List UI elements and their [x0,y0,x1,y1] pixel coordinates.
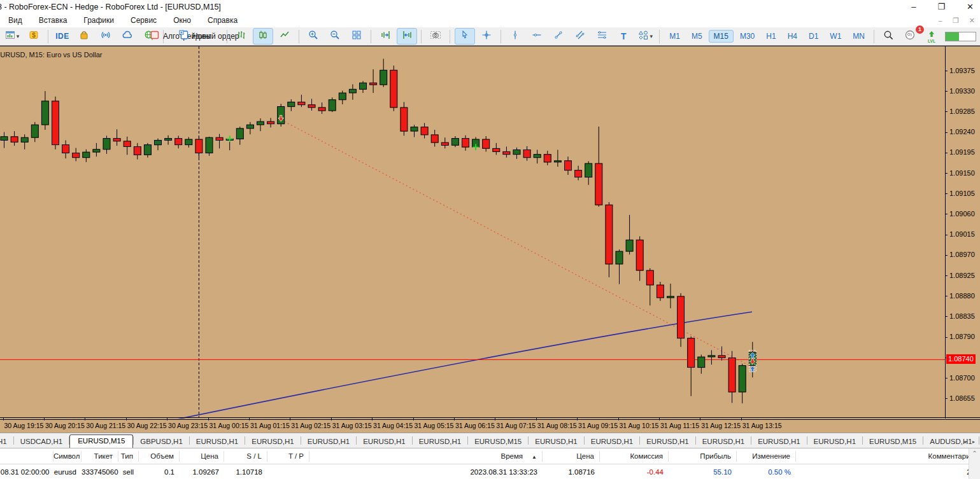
candle-body[interactable] [349,89,356,93]
candle-body[interactable] [175,139,182,145]
candle-body[interactable] [718,356,725,358]
tile-windows-button[interactable] [346,28,367,45]
tab-scroll-arrows[interactable]: ◂ ▸ [963,439,977,445]
menu-item-Сервис[interactable]: Сервис [122,14,165,27]
candle-body[interactable] [267,121,274,124]
candle-body[interactable] [308,105,315,108]
chart-tab-EURUSD,H1[interactable]: EURUSD,H1 [413,436,467,448]
vertical-line-tool-button[interactable] [505,28,525,45]
chart-tab-EURUSD,H1[interactable]: EURUSD,H1 [301,436,356,448]
cursor-button[interactable] [455,28,475,45]
candle-body[interactable] [288,102,295,106]
chart-tab-EURUSD,H1[interactable]: EURUSD,H1 [357,436,411,448]
chart-tab-EURUSD,H1[interactable]: EURUSD,H1 [585,436,639,448]
candle-body[interactable] [401,108,408,131]
candle-body[interactable] [360,83,367,89]
menu-item-Вставка[interactable]: Вставка [31,14,76,27]
column-header[interactable]: Цена [180,451,224,462]
price-axis[interactable]: 1.093751.093301.092851.092401.091951.091… [945,46,980,433]
candle-body[interactable] [513,150,520,155]
trendline-tool-button[interactable] [548,28,569,45]
child-restore-button[interactable]: ❐ [953,17,959,25]
panel-scrollbar[interactable]: ⌃ [969,448,980,479]
chart-area[interactable]: EURUSD, M15: Euro vs US Dollar 1.093751.… [0,46,980,433]
chart-tab-EURUSD,H1[interactable]: EURUSD,H1 [245,436,300,448]
candle-body[interactable] [616,251,623,264]
notifications-button[interactable]: 1 [900,28,920,45]
candle-body[interactable] [103,139,110,149]
timeframe-M5[interactable]: M5 [686,30,707,43]
candle-body[interactable] [431,135,438,142]
candle-body[interactable] [606,205,613,264]
candle-body[interactable] [657,285,664,298]
candle-body[interactable] [73,153,80,158]
candle-body[interactable] [575,170,582,177]
column-header[interactable]: Символ [53,451,82,462]
bars-chart-button[interactable] [231,28,252,45]
timeframe-M1[interactable]: M1 [664,30,685,43]
candle-body[interactable] [216,137,223,140]
candle-body[interactable] [708,356,715,357]
shapes-tool-button[interactable]: ▾ [635,28,655,45]
chart-canvas[interactable] [0,46,945,433]
candle-body[interactable] [462,139,469,148]
candle-body[interactable] [185,139,192,145]
zoom-out-button[interactable] [325,28,345,45]
candle-body[interactable] [380,70,387,85]
candle-body[interactable] [739,366,746,392]
candle-body[interactable] [124,141,131,147]
timeframe-MN[interactable]: MN [848,30,870,43]
candle-body[interactable] [534,155,541,158]
candle-body[interactable] [493,148,500,151]
line-chart-button[interactable] [274,28,295,45]
crosshair-button[interactable] [476,28,497,45]
candle-body[interactable] [667,296,674,298]
chart-tab-GBPUSD,H1[interactable]: GBPUSD,H1 [134,436,188,448]
text-tool-button[interactable]: T [613,28,634,45]
search-button[interactable] [878,28,898,45]
candle-body[interactable] [523,150,530,158]
candle-body[interactable] [636,240,643,270]
candle-body[interactable] [236,128,243,139]
candle-body[interactable] [390,70,397,108]
candle-body[interactable] [451,139,458,146]
candle-body[interactable] [728,358,735,392]
chart-tab-EURUSD,H1[interactable]: EURUSD,H1 [807,436,862,448]
chart-tab-EURUSD,H1[interactable]: EURUSD,H1 [696,436,751,448]
candle-body[interactable] [318,108,325,111]
candle-body[interactable] [155,141,162,145]
zoom-in-button[interactable] [303,28,323,45]
new-order-button[interactable]: Новый ордер [196,28,223,45]
candle-body[interactable] [544,155,551,162]
channel-tool-button[interactable] [570,28,590,45]
candle-body[interactable] [11,137,18,142]
candle-body[interactable] [165,139,172,141]
ide-button[interactable]: IDE [52,28,73,45]
market-button[interactable] [74,28,94,45]
child-minimize-button[interactable]: – [939,17,942,25]
candle-body[interactable] [370,83,377,85]
column-header[interactable]: S / L [224,451,267,462]
candle-body[interactable] [257,121,264,125]
screenshot-button[interactable] [425,28,446,45]
cloud-button[interactable] [117,28,138,45]
chart-shift-button[interactable] [397,28,417,45]
candle-body[interactable] [678,296,685,338]
menu-item-Справка[interactable]: Справка [199,14,246,27]
candle-body[interactable] [246,125,253,128]
chart-tab-EURUSD,H1[interactable]: EURUSD,H1 [640,436,695,448]
menu-item-Окно[interactable]: Окно [165,14,199,27]
column-header[interactable]: Тип [118,451,139,462]
close-button[interactable]: ✕ [967,0,974,14]
candle-body[interactable] [565,161,572,170]
candle-body[interactable] [31,125,38,137]
candle-body[interactable] [483,139,490,148]
timeframe-W1[interactable]: W1 [825,30,846,43]
fibonacci-tool-button[interactable] [592,28,612,45]
column-header[interactable]: Комментарий [796,451,980,462]
column-header[interactable]: Тикет [82,451,118,462]
candle-body[interactable] [554,161,561,162]
candle-body[interactable] [421,127,428,135]
candle-body[interactable] [503,151,510,154]
candles-chart-button[interactable] [253,28,273,45]
